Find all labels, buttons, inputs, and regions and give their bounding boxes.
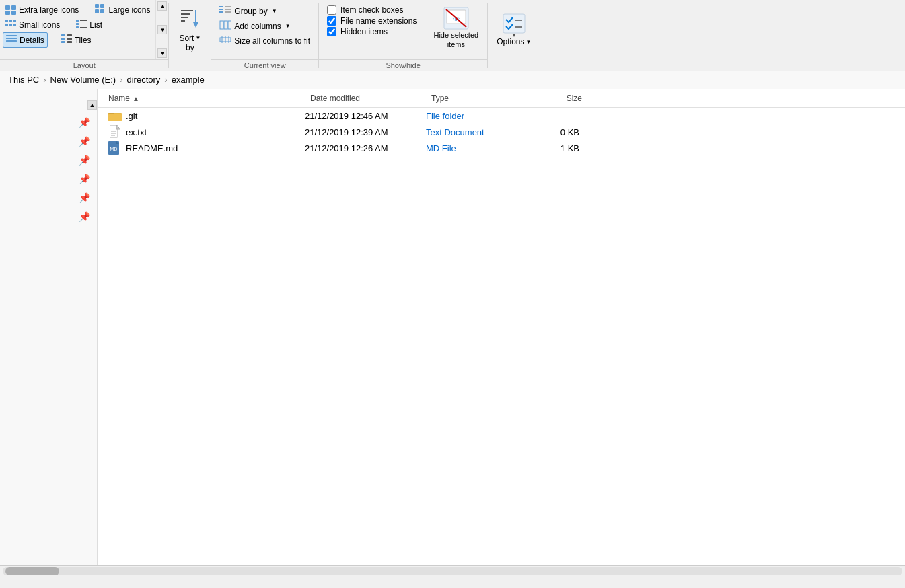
size-all-columns-icon	[219, 35, 231, 46]
svg-rect-13	[13, 24, 16, 26]
breadcrumb-sep-2: ›	[164, 75, 167, 85]
add-columns-arrow: ▼	[285, 23, 291, 29]
pin-item-1[interactable]: 📌	[77, 115, 92, 130]
sort-button[interactable]: Sort ▼ by	[169, 3, 211, 57]
sort-icon	[180, 7, 200, 34]
svg-rect-23	[61, 34, 65, 36]
header-type-label: Type	[431, 94, 449, 103]
breadcrumb-part-0[interactable]: This PC	[8, 75, 39, 85]
svg-rect-30	[181, 13, 190, 15]
svg-rect-35	[219, 6, 223, 7]
add-columns-button[interactable]: Add columns ▼	[215, 19, 314, 33]
layout-scroll-down[interactable]: ▼	[157, 25, 167, 34]
breadcrumb-part-1[interactable]: New Volume (E:)	[50, 75, 116, 85]
layout-small[interactable]: Small icons	[3, 17, 63, 32]
file-date-git: 21/12/2019 12:46 AM	[305, 111, 426, 121]
svg-rect-18	[76, 26, 79, 28]
svg-rect-21	[6, 38, 17, 39]
file-area: Name ▲ Date modified Type Size	[98, 89, 905, 565]
svg-rect-39	[225, 9, 231, 10]
group-by-icon	[219, 5, 231, 17]
header-type[interactable]: Type	[426, 91, 520, 106]
show-hide-section: Item check boxes File name extensions Hi…	[319, 0, 487, 71]
git-icon	[108, 109, 122, 122]
file-row-txt[interactable]: ex.txt 21/12/2019 12:39 AM Text Document…	[98, 124, 905, 140]
small-icon	[5, 19, 16, 30]
pin-item-2[interactable]: 📌	[77, 134, 92, 149]
file-row-git[interactable]: .git 21/12/2019 12:46 AM File folder	[98, 108, 905, 124]
scroll-up-arrow[interactable]: ▲	[87, 100, 97, 110]
main-area: ▲ 📌 📌 📌 📌 📌 📌 Name ▲ Date modified Type	[0, 89, 905, 565]
svg-rect-52	[503, 14, 525, 33]
extra-large-label: Extra large icons	[19, 5, 79, 15]
svg-rect-6	[95, 9, 99, 13]
pin-item-3[interactable]: 📌	[77, 153, 92, 168]
options-label: Options	[497, 37, 524, 46]
pin-item-4[interactable]: 📌	[77, 172, 92, 186]
file-name-txt: ex.txt	[126, 127, 305, 137]
layout-extra-large[interactable]: Extra large icons	[3, 3, 81, 17]
file-type-txt: Text Document	[426, 127, 520, 137]
layout-list[interactable]: List	[73, 17, 105, 32]
svg-rect-9	[9, 20, 12, 22]
svg-rect-58	[108, 114, 122, 121]
svg-rect-3	[11, 11, 16, 15]
sort-label: Sort	[179, 34, 194, 43]
file-row-md[interactable]: MD README.md 21/12/2019 12:26 AM MD File…	[98, 140, 905, 156]
svg-rect-22	[6, 40, 17, 42]
list-label: List	[89, 20, 102, 30]
md-file-icon: MD	[108, 141, 122, 155]
svg-rect-0	[5, 5, 10, 10]
sort-up-arrow: ▲	[133, 95, 139, 102]
svg-rect-2	[5, 11, 10, 15]
file-name-extensions-checkbox[interactable]	[327, 16, 336, 26]
svg-rect-8	[5, 20, 8, 22]
hidden-items-checkbox[interactable]	[327, 27, 336, 36]
large-icon	[95, 4, 106, 15]
layout-details[interactable]: Details	[3, 32, 48, 48]
hide-selected-button[interactable]: 👁 Hide selected items	[427, 3, 484, 53]
layout-tiles[interactable]: Tiles	[59, 32, 94, 48]
group-by-arrow: ▼	[272, 8, 277, 14]
breadcrumb-part-2[interactable]: directory	[126, 75, 160, 85]
pin-item-5[interactable]: 📌	[77, 190, 92, 205]
svg-rect-11	[5, 24, 8, 26]
svg-rect-4	[95, 4, 99, 8]
sort-dropdown-arrow: ▼	[195, 35, 201, 41]
layout-section: Extra large icons Large icons	[0, 0, 168, 71]
details-label: Details	[20, 36, 44, 45]
current-view-section: Group by ▼ Add columns ▼	[211, 0, 318, 71]
header-name[interactable]: Name ▲	[103, 91, 305, 106]
pin-item-6[interactable]: 📌	[77, 209, 92, 224]
file-name-extensions-label: File name extensions	[340, 16, 417, 26]
ribbon: Extra large icons Large icons	[0, 0, 905, 71]
extra-large-icon	[5, 5, 16, 15]
header-size[interactable]: Size	[520, 91, 587, 106]
item-check-boxes-checkbox[interactable]	[327, 5, 336, 15]
add-columns-label: Add columns	[234, 22, 281, 31]
options-arrow: ▼	[526, 39, 531, 45]
group-by-label: Group by	[234, 7, 267, 16]
item-check-boxes-row: Item check boxes	[327, 5, 417, 15]
size-all-columns-button[interactable]: Size all columns to fit	[215, 34, 314, 48]
left-panel: ▲ 📌 📌 📌 📌 📌 📌	[0, 89, 98, 565]
svg-rect-38	[225, 6, 231, 7]
options-section: Options ▼ x	[488, 0, 540, 71]
file-name-md: README.md	[126, 143, 305, 153]
header-date[interactable]: Date modified	[305, 91, 426, 106]
layout-scroll-more[interactable]: ▼	[157, 48, 167, 58]
svg-rect-28	[67, 41, 72, 43]
breadcrumb-part-3[interactable]: example	[172, 75, 205, 85]
horizontal-scrollbar[interactable]	[3, 567, 902, 575]
breadcrumb: This PC › New Volume (E:) › directory › …	[0, 71, 905, 89]
layout-scroll-up[interactable]: ▲	[157, 1, 167, 11]
group-by-button[interactable]: Group by ▼	[215, 4, 314, 18]
large-label: Large icons	[108, 5, 150, 15]
svg-rect-12	[9, 24, 12, 26]
hide-selected-icon: 👁	[443, 6, 470, 30]
options-button[interactable]: Options ▼	[488, 9, 540, 50]
svg-rect-27	[61, 41, 65, 43]
layout-large[interactable]: Large icons	[92, 3, 153, 17]
hidden-items-row: Hidden items	[327, 27, 417, 36]
svg-rect-10	[13, 20, 16, 22]
